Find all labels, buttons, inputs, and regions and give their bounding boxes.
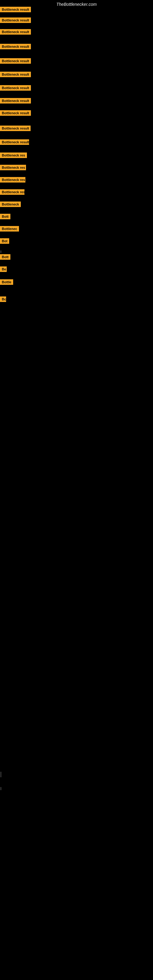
bottleneck-badge-11: Bottleneck result	[0, 139, 29, 145]
bottleneck-badge-3: Bottleneck result	[0, 29, 31, 35]
bottleneck-badge-2: Bottleneck result	[0, 18, 31, 23]
bottleneck-badge-13: Bottleneck res	[0, 165, 26, 170]
bottleneck-badge-8: Bottleneck result	[0, 98, 31, 103]
bottleneck-badge-4: Bottleneck result	[0, 44, 31, 49]
vertical-line-1	[1, 250, 1, 253]
bottleneck-badge-15: Bottleneck res	[0, 189, 24, 195]
vertical-line-3	[1, 787, 1, 790]
bottleneck-badge-12: Bottleneck res	[0, 153, 27, 158]
bottleneck-badge-6: Bottleneck result	[0, 72, 31, 77]
bottleneck-badge-22: Bottle	[0, 279, 13, 285]
bottleneck-badge-21: Be	[0, 266, 7, 272]
bottleneck-badge-14: Bottleneck res	[0, 177, 26, 183]
bottleneck-badge-9: Bottleneck result	[0, 110, 31, 116]
bottleneck-badge-5: Bottleneck result	[0, 58, 31, 64]
bottleneck-badge-19: Bot	[0, 238, 9, 244]
bottleneck-badge-1: Bottleneck result	[0, 7, 31, 12]
bottleneck-badge-17: Bott	[0, 214, 10, 219]
bottleneck-badge-18: Bottlenec	[0, 226, 19, 232]
vertical-line-2	[1, 772, 1, 777]
bottleneck-badge-20: Bott	[0, 254, 10, 260]
bottleneck-badge-10: Bottleneck result	[0, 126, 30, 131]
bottleneck-badge-23: Bc	[0, 296, 6, 302]
bottleneck-badge-16: Bottleneck	[0, 202, 21, 207]
bottleneck-badge-7: Bottleneck result	[0, 85, 31, 91]
